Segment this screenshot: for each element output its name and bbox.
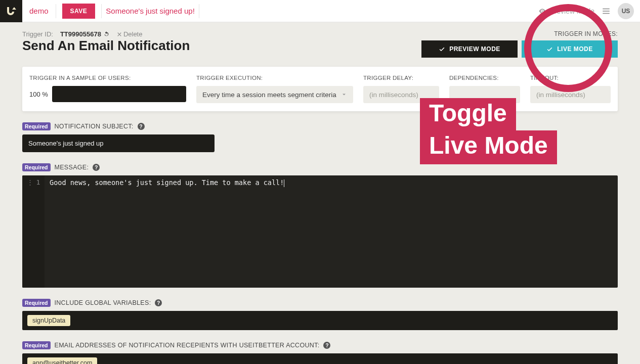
live-mode-button[interactable]: LIVE MODE xyxy=(522,40,618,58)
modes-column: TRIGGER IN MODES: PREVIEW MODE LIVE MODE xyxy=(421,30,618,58)
delete-button[interactable]: Delete xyxy=(117,30,143,38)
topbar: demo SAVE Someone's just signed up! Prev… xyxy=(0,0,640,22)
help-icon[interactable]: ? xyxy=(93,164,100,171)
text-caret xyxy=(284,179,284,187)
trigger-id-label: Trigger ID: xyxy=(22,30,53,38)
trigger-id-text: TT999055678 xyxy=(60,30,101,38)
modes-label: TRIGGER IN MODES: xyxy=(421,30,618,37)
annotation-text-2: Live Mode xyxy=(420,130,557,164)
line-number: 1 xyxy=(36,178,40,288)
required-badge: Required xyxy=(22,122,51,130)
divider xyxy=(199,4,199,18)
sample-label: TRIGGER IN A SAMPLE OF USERS: xyxy=(29,75,186,81)
chevron-down-icon xyxy=(341,92,347,98)
message-editor[interactable]: ⋮ 1 Good news, someone's just signed up.… xyxy=(22,175,618,288)
delay-label: TRIGGER DELAY: xyxy=(363,75,439,81)
sample-slider[interactable] xyxy=(52,86,186,102)
app-logo[interactable] xyxy=(0,0,22,22)
delete-label: Delete xyxy=(123,30,143,38)
content: Trigger ID: TT999055678 Delete Send An E… xyxy=(0,22,640,364)
trigger-id-value: TT999055678 xyxy=(60,30,110,38)
message-label: MESSAGE: xyxy=(55,164,89,171)
globals-input[interactable]: signUpData xyxy=(22,311,618,330)
global-variable-pill[interactable]: signUpData xyxy=(27,315,70,326)
close-icon xyxy=(117,32,122,37)
logo-icon xyxy=(5,5,17,17)
code-line: Good news, someone's just signed up. Tim… xyxy=(50,178,284,187)
editor-gutter: ⋮ 1 xyxy=(22,175,45,288)
preview-mode-button-label: PREVIEW MODE xyxy=(449,46,500,53)
divider xyxy=(56,4,56,18)
subject-input[interactable] xyxy=(22,134,215,152)
preview-mode-button[interactable]: PREVIEW MODE xyxy=(421,40,518,58)
required-badge: Required xyxy=(22,341,51,349)
help-icon[interactable]: ? xyxy=(138,123,145,130)
globals-section: Required INCLUDE GLOBAL VARIABLES: ? sig… xyxy=(22,299,618,330)
menu-button[interactable] xyxy=(602,7,611,16)
config-box: TRIGGER IN A SAMPLE OF USERS: 100 % TRIG… xyxy=(22,67,618,111)
page-title: Send An Email Notification xyxy=(22,38,421,54)
header-block: Trigger ID: TT999055678 Delete Send An E… xyxy=(22,30,618,58)
subject-label: NOTIFICATION SUBJECT: xyxy=(55,123,134,130)
annotation-text-1: Toggle xyxy=(420,98,516,132)
eye-icon xyxy=(538,7,546,15)
recipients-section: Required EMAIL ADDRESSES OF NOTIFICATION… xyxy=(22,341,618,364)
exec-select[interactable]: Every time a session meets segment crite… xyxy=(196,86,353,103)
preview-mode-label: Preview Mode xyxy=(549,7,594,15)
help-icon[interactable]: ? xyxy=(323,342,330,349)
required-badge: Required xyxy=(22,299,51,307)
meta-row: Trigger ID: TT999055678 Delete xyxy=(22,30,421,38)
save-button[interactable]: SAVE xyxy=(62,4,96,19)
editor-content[interactable]: Good news, someone's just signed up. Tim… xyxy=(45,175,618,288)
deps-label: DEPENDENCIES: xyxy=(449,75,520,81)
recipients-label: EMAIL ADDRESSES OF NOTIFICATION RECEPIEN… xyxy=(55,342,320,349)
user-avatar[interactable]: US xyxy=(618,3,634,19)
check-icon xyxy=(546,46,553,53)
recipients-input[interactable]: ann@useitbetter.com xyxy=(22,353,618,364)
workspace-name[interactable]: demo xyxy=(22,7,56,15)
recipient-pill[interactable]: ann@useitbetter.com xyxy=(27,357,97,364)
exec-label: TRIGGER EXECUTION: xyxy=(196,75,353,81)
hamburger-icon xyxy=(602,7,611,16)
timeout-label: TIMEOUT: xyxy=(530,75,611,81)
globals-label: INCLUDE GLOBAL VARIABLES: xyxy=(55,299,151,306)
refresh-icon[interactable] xyxy=(103,31,110,37)
required-badge: Required xyxy=(22,163,51,171)
message-section: Required MESSAGE: ? ⋮ 1 Good news, someo… xyxy=(22,163,618,288)
check-icon xyxy=(439,46,445,53)
help-icon[interactable]: ? xyxy=(155,299,162,306)
preview-mode-link[interactable]: Preview Mode xyxy=(538,7,594,15)
drag-handle-icon: ⋮ xyxy=(27,178,33,288)
exec-select-value: Every time a session meets segment crite… xyxy=(202,91,336,99)
document-title[interactable]: Someone's just signed up! xyxy=(102,7,198,15)
live-mode-button-label: LIVE MODE xyxy=(557,46,593,53)
sample-percent: 100 % xyxy=(29,90,48,98)
timeout-input[interactable] xyxy=(530,86,611,103)
